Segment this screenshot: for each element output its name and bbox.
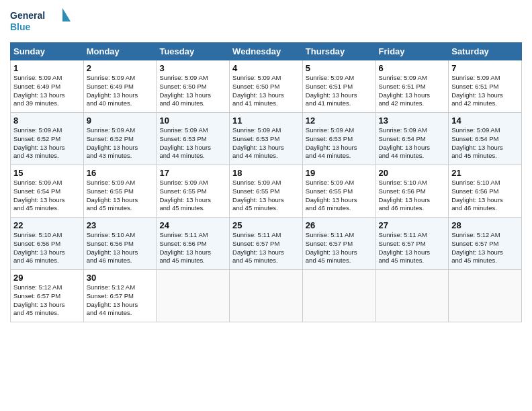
day-detail: Sunrise: 5:12 AM Sunset: 6:57 PM Dayligh…	[87, 283, 154, 318]
svg-text:General: General	[10, 10, 45, 21]
day-detail: Sunrise: 5:10 AM Sunset: 6:56 PM Dayligh…	[87, 231, 154, 265]
day-number: 5	[306, 63, 373, 73]
calendar-cell: 20Sunrise: 5:10 AM Sunset: 6:56 PM Dayli…	[375, 165, 449, 218]
calendar-day-header: Monday	[83, 43, 157, 60]
day-number: 7	[451, 63, 519, 73]
calendar-cell: 10Sunrise: 5:09 AM Sunset: 6:53 PM Dayli…	[157, 113, 230, 165]
day-detail: Sunrise: 5:10 AM Sunset: 6:56 PM Dayligh…	[13, 231, 81, 265]
day-number: 15	[13, 168, 81, 178]
header: General Blue	[10, 7, 522, 37]
calendar-cell: 8Sunrise: 5:09 AM Sunset: 6:52 PM Daylig…	[11, 113, 84, 165]
calendar-cell: 14Sunrise: 5:09 AM Sunset: 6:54 PM Dayli…	[449, 113, 522, 165]
calendar-table: SundayMondayTuesdayWednesdayThursdayFrid…	[10, 42, 522, 322]
calendar-cell: 4Sunrise: 5:09 AM Sunset: 6:50 PM Daylig…	[230, 60, 303, 113]
day-number: 25	[232, 220, 300, 230]
calendar-header-row: SundayMondayTuesdayWednesdayThursdayFrid…	[11, 43, 522, 60]
calendar-day-header: Friday	[375, 43, 449, 60]
calendar-day-header: Saturday	[449, 43, 522, 60]
day-detail: Sunrise: 5:09 AM Sunset: 6:55 PM Dayligh…	[159, 179, 226, 213]
calendar-week-row: 29Sunrise: 5:12 AM Sunset: 6:57 PM Dayli…	[11, 270, 522, 322]
day-detail: Sunrise: 5:09 AM Sunset: 6:53 PM Dayligh…	[232, 126, 300, 161]
day-number: 23	[87, 220, 154, 230]
day-detail: Sunrise: 5:09 AM Sunset: 6:51 PM Dayligh…	[306, 74, 373, 108]
calendar-cell: 12Sunrise: 5:09 AM Sunset: 6:53 PM Dayli…	[302, 113, 375, 165]
day-number: 18	[232, 168, 300, 178]
day-number: 19	[306, 168, 373, 178]
calendar-week-row: 1Sunrise: 5:09 AM Sunset: 6:49 PM Daylig…	[11, 60, 522, 113]
calendar-day-header: Thursday	[302, 43, 375, 60]
calendar-cell: 2Sunrise: 5:09 AM Sunset: 6:49 PM Daylig…	[83, 60, 157, 113]
calendar-week-row: 8Sunrise: 5:09 AM Sunset: 6:52 PM Daylig…	[11, 113, 522, 165]
day-detail: Sunrise: 5:11 AM Sunset: 6:57 PM Dayligh…	[306, 231, 373, 265]
day-number: 1	[13, 63, 81, 73]
calendar-cell: 9Sunrise: 5:09 AM Sunset: 6:52 PM Daylig…	[83, 113, 157, 165]
calendar-day-header: Sunday	[11, 43, 84, 60]
calendar-cell: 26Sunrise: 5:11 AM Sunset: 6:57 PM Dayli…	[302, 218, 375, 270]
day-number: 27	[379, 220, 446, 230]
svg-marker-2	[62, 8, 71, 21]
calendar-cell: 23Sunrise: 5:10 AM Sunset: 6:56 PM Dayli…	[83, 218, 157, 270]
day-detail: Sunrise: 5:09 AM Sunset: 6:52 PM Dayligh…	[87, 126, 154, 161]
calendar-cell: 5Sunrise: 5:09 AM Sunset: 6:51 PM Daylig…	[302, 60, 375, 113]
calendar-cell: 21Sunrise: 5:10 AM Sunset: 6:56 PM Dayli…	[449, 165, 522, 218]
calendar-day-header: Tuesday	[157, 43, 230, 60]
day-detail: Sunrise: 5:09 AM Sunset: 6:51 PM Dayligh…	[451, 74, 519, 108]
day-detail: Sunrise: 5:09 AM Sunset: 6:55 PM Dayligh…	[87, 179, 154, 213]
day-detail: Sunrise: 5:09 AM Sunset: 6:52 PM Dayligh…	[13, 126, 81, 161]
day-detail: Sunrise: 5:10 AM Sunset: 6:56 PM Dayligh…	[379, 179, 446, 213]
day-detail: Sunrise: 5:09 AM Sunset: 6:54 PM Dayligh…	[13, 179, 81, 213]
day-detail: Sunrise: 5:09 AM Sunset: 6:50 PM Dayligh…	[232, 74, 300, 108]
day-detail: Sunrise: 5:09 AM Sunset: 6:53 PM Dayligh…	[306, 126, 373, 161]
day-detail: Sunrise: 5:09 AM Sunset: 6:55 PM Dayligh…	[306, 179, 373, 213]
calendar-cell: 22Sunrise: 5:10 AM Sunset: 6:56 PM Dayli…	[11, 218, 84, 270]
day-detail: Sunrise: 5:09 AM Sunset: 6:51 PM Dayligh…	[379, 74, 446, 108]
calendar-cell: 13Sunrise: 5:09 AM Sunset: 6:54 PM Dayli…	[375, 113, 449, 165]
day-number: 24	[159, 220, 226, 230]
page: General Blue SundayMondayTuesdayWednesda…	[0, 0, 532, 411]
calendar-cell: 6Sunrise: 5:09 AM Sunset: 6:51 PM Daylig…	[375, 60, 449, 113]
day-number: 30	[87, 273, 154, 283]
calendar-cell: 15Sunrise: 5:09 AM Sunset: 6:54 PM Dayli…	[11, 165, 84, 218]
day-detail: Sunrise: 5:09 AM Sunset: 6:54 PM Dayligh…	[379, 126, 446, 161]
calendar-cell	[230, 270, 303, 322]
calendar-cell: 24Sunrise: 5:11 AM Sunset: 6:56 PM Dayli…	[157, 218, 230, 270]
day-number: 2	[87, 63, 154, 73]
day-detail: Sunrise: 5:12 AM Sunset: 6:57 PM Dayligh…	[13, 283, 81, 318]
logo: General Blue	[10, 7, 71, 37]
day-number: 8	[13, 116, 81, 126]
calendar-cell: 27Sunrise: 5:11 AM Sunset: 6:57 PM Dayli…	[375, 218, 449, 270]
day-number: 6	[379, 63, 446, 73]
day-number: 4	[232, 63, 300, 73]
day-number: 26	[306, 220, 373, 230]
calendar-cell: 30Sunrise: 5:12 AM Sunset: 6:57 PM Dayli…	[83, 270, 157, 322]
day-detail: Sunrise: 5:09 AM Sunset: 6:55 PM Dayligh…	[232, 179, 300, 213]
day-detail: Sunrise: 5:11 AM Sunset: 6:57 PM Dayligh…	[379, 231, 446, 265]
day-number: 21	[451, 168, 519, 178]
calendar-week-row: 15Sunrise: 5:09 AM Sunset: 6:54 PM Dayli…	[11, 165, 522, 218]
day-detail: Sunrise: 5:11 AM Sunset: 6:56 PM Dayligh…	[159, 231, 226, 265]
calendar-cell: 17Sunrise: 5:09 AM Sunset: 6:55 PM Dayli…	[157, 165, 230, 218]
calendar-cell: 16Sunrise: 5:09 AM Sunset: 6:55 PM Dayli…	[83, 165, 157, 218]
calendar-cell	[449, 270, 522, 322]
day-number: 16	[87, 168, 154, 178]
day-detail: Sunrise: 5:11 AM Sunset: 6:57 PM Dayligh…	[232, 231, 300, 265]
calendar-cell: 19Sunrise: 5:09 AM Sunset: 6:55 PM Dayli…	[302, 165, 375, 218]
day-detail: Sunrise: 5:12 AM Sunset: 6:57 PM Dayligh…	[451, 231, 519, 265]
day-number: 11	[232, 116, 300, 126]
calendar-cell: 28Sunrise: 5:12 AM Sunset: 6:57 PM Dayli…	[449, 218, 522, 270]
day-number: 29	[13, 273, 81, 283]
day-detail: Sunrise: 5:09 AM Sunset: 6:49 PM Dayligh…	[13, 74, 81, 108]
day-number: 20	[379, 168, 446, 178]
day-number: 22	[13, 220, 81, 230]
svg-text:Blue: Blue	[10, 21, 31, 32]
day-detail: Sunrise: 5:09 AM Sunset: 6:53 PM Dayligh…	[159, 126, 226, 161]
calendar-cell	[302, 270, 375, 322]
calendar-day-header: Wednesday	[230, 43, 303, 60]
day-detail: Sunrise: 5:09 AM Sunset: 6:50 PM Dayligh…	[159, 74, 226, 108]
day-detail: Sunrise: 5:10 AM Sunset: 6:56 PM Dayligh…	[451, 179, 519, 213]
day-number: 28	[451, 220, 519, 230]
day-detail: Sunrise: 5:09 AM Sunset: 6:49 PM Dayligh…	[87, 74, 154, 108]
calendar-cell	[157, 270, 230, 322]
calendar-cell	[375, 270, 449, 322]
calendar-week-row: 22Sunrise: 5:10 AM Sunset: 6:56 PM Dayli…	[11, 218, 522, 270]
